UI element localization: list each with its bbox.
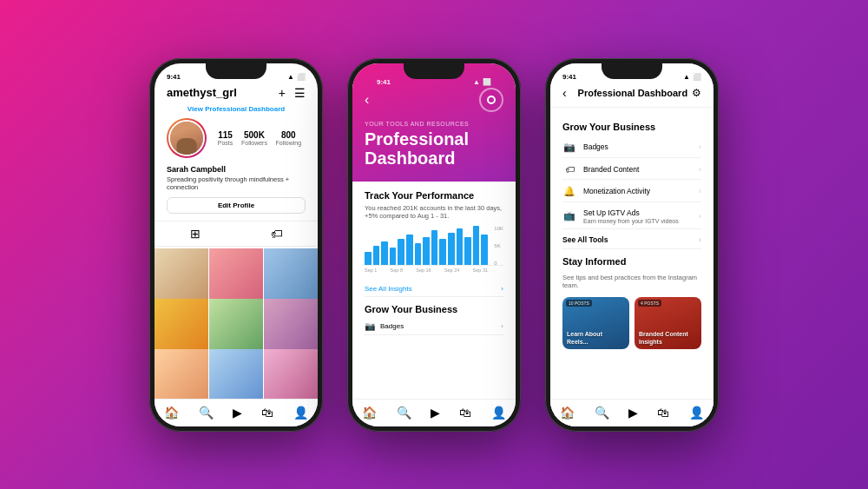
stats-group: 115 Posts 500K Followers 800 Following (214, 130, 306, 146)
stay-desc-3: See tips and best practices from the Ins… (562, 274, 701, 291)
add-icon[interactable]: + (279, 86, 286, 100)
see-all-tools[interactable]: See All Tools › (562, 231, 701, 249)
nav-reels-1[interactable]: ▶ (233, 406, 242, 420)
pro-nav: ‹ Professional Dashboard ⚙ (550, 83, 713, 108)
nav-search-2[interactable]: 🔍 (397, 406, 411, 420)
igtv-icon-3: 📺 (562, 210, 576, 221)
list-item-badges-2[interactable]: 📷 Badges › (365, 318, 503, 335)
track-title: Track Your Performance (365, 190, 503, 201)
nav-home-2[interactable]: 🏠 (362, 406, 377, 420)
logo-circle-2 (487, 96, 496, 104)
branded-icon-3: 🏷 (562, 164, 576, 175)
chevron-monetization-3: › (699, 187, 701, 195)
photo-cell-7[interactable] (155, 349, 208, 399)
time-2: 9:41 (377, 78, 391, 86)
stay-title-3: Stay Informed (562, 256, 701, 267)
pro-content: Grow Your Business 📷 Badges › 🏷 Bra (550, 108, 713, 399)
photo-cell-8[interactable] (209, 349, 263, 399)
grid-icon[interactable]: ⊞ (190, 227, 201, 241)
performance-chart: 10K 5K 0 Sep 1 Sep 8 Sep 16 Sep 24 Sep 3… (365, 226, 503, 278)
chart-bar (423, 237, 430, 266)
chart-bar (406, 235, 413, 265)
back-button-2[interactable]: ‹ (365, 92, 369, 108)
time-3: 9:41 (562, 73, 576, 81)
profile-stats: 115 Posts 500K Followers 800 Following (155, 118, 318, 165)
signal-2: ▲ (473, 78, 480, 86)
signal-1: ▲ (287, 73, 294, 81)
nav-reels-2[interactable]: ▶ (431, 406, 440, 420)
chart-y-labels: 10K 5K 0 (494, 226, 503, 266)
pro-item-branded[interactable]: 🏷 Branded Content › (562, 160, 701, 180)
chevron-see-all: › (699, 235, 701, 244)
nav-reels-3[interactable]: ▶ (628, 406, 638, 420)
dashboard-screen: 9:41 ▲ ⬜ ‹ YOUR TOOLS AND RESOURCES Prof… (352, 63, 516, 426)
chart-bar (457, 228, 464, 266)
info-card-2[interactable]: 4 POSTS Branded Content Insights (635, 297, 701, 349)
profile-nav: ⊞ 🏷 (155, 221, 318, 247)
phone-3: 9:41 ▲ ⬜ ‹ Professional Dashboard ⚙ Grow… (545, 58, 719, 432)
chart-bar (381, 241, 388, 266)
battery-1: ⬜ (297, 73, 306, 81)
pro-item-badges[interactable]: 📷 Badges › (562, 137, 701, 158)
profile-username: amethyst_grl (167, 86, 237, 99)
nav-shop-2[interactable]: 🛍 (459, 406, 471, 420)
nav-search-3[interactable]: 🔍 (595, 406, 609, 420)
notch-1 (206, 63, 266, 79)
photo-cell-3[interactable] (264, 248, 318, 302)
photo-cell-1[interactable] (155, 248, 208, 302)
status-icons-1: ▲ ⬜ (287, 73, 306, 81)
bottom-nav-2: 🏠 🔍 ▶ 🛍 👤 (352, 399, 516, 426)
chart-bar (390, 248, 397, 265)
photo-cell-2[interactable] (209, 248, 263, 302)
nav-home-3[interactable]: 🏠 (560, 406, 575, 420)
tag-icon[interactable]: 🏷 (271, 227, 283, 241)
card-badge-1: 10 POSTS (566, 300, 592, 307)
profile-name: Sarah Campbell (155, 165, 318, 175)
menu-icon[interactable]: ☰ (294, 86, 306, 100)
photo-cell-5[interactable] (209, 299, 263, 353)
nav-profile-3[interactable]: 👤 (689, 406, 704, 420)
grow-title-3: Grow Your Business (562, 122, 701, 132)
chart-bar (415, 243, 422, 265)
nav-profile-1[interactable]: 👤 (293, 406, 308, 420)
badges-icon-3: 📷 (562, 142, 576, 153)
nav-search-1[interactable]: 🔍 (199, 406, 214, 420)
chart-bar (398, 239, 404, 265)
chevron-right-insights: › (501, 285, 503, 293)
back-button-3[interactable]: ‹ (562, 86, 567, 100)
pro-item-monetization[interactable]: 🔔 Monetization Activity › (562, 182, 701, 202)
view-dashboard-link[interactable]: View Professional Dashboard (155, 105, 318, 118)
chevron-badges-3: › (699, 142, 701, 151)
status-icons-3: ▲ ⬜ (683, 73, 701, 81)
monetization-icon-3: 🔔 (562, 186, 576, 197)
photo-cell-9[interactable] (264, 349, 318, 399)
chevron-badges-2: › (501, 322, 503, 330)
card-title-1: Learn About Reels... (567, 331, 625, 346)
nav-shop-1[interactable]: 🛍 (261, 406, 273, 420)
nav-home-1[interactable]: 🏠 (164, 406, 179, 420)
chevron-branded-3: › (699, 165, 701, 174)
photo-cell-4[interactable] (155, 299, 208, 353)
grow-section-2: Grow Your Business 📷 Badges › (365, 304, 503, 335)
stat-posts: 115 Posts (218, 130, 233, 146)
track-section: Track Your Performance You reached 201K … (365, 190, 503, 298)
edit-profile-button[interactable]: Edit Profile (167, 197, 306, 214)
stat-following: 800 Following (276, 130, 302, 146)
battery-3: ⬜ (693, 73, 701, 81)
chart-bar (448, 233, 455, 266)
nav-profile-2[interactable]: 👤 (491, 406, 506, 420)
pro-screen: 9:41 ▲ ⬜ ‹ Professional Dashboard ⚙ Grow… (550, 63, 713, 426)
settings-icon-3[interactable]: ⚙ (692, 87, 701, 99)
dashboard-title: Professional Dashboard (365, 129, 503, 168)
avatar-img (170, 122, 203, 155)
chart-bar (481, 235, 488, 265)
profile-bio: Spreading positivity through mindfulness… (155, 175, 318, 198)
tools-label: YOUR TOOLS AND RESOURCES (365, 121, 503, 127)
pro-item-igtv[interactable]: 📺 Set Up IGTV Ads Earn money from your I… (562, 204, 701, 229)
photo-cell-6[interactable] (264, 299, 318, 353)
nav-shop-3[interactable]: 🛍 (657, 406, 669, 420)
notch-2 (404, 63, 464, 79)
card-title-2: Branded Content Insights (639, 331, 697, 346)
info-card-1[interactable]: 10 POSTS Learn About Reels... (562, 297, 629, 349)
see-all-insights[interactable]: See All Insights › (365, 281, 503, 297)
